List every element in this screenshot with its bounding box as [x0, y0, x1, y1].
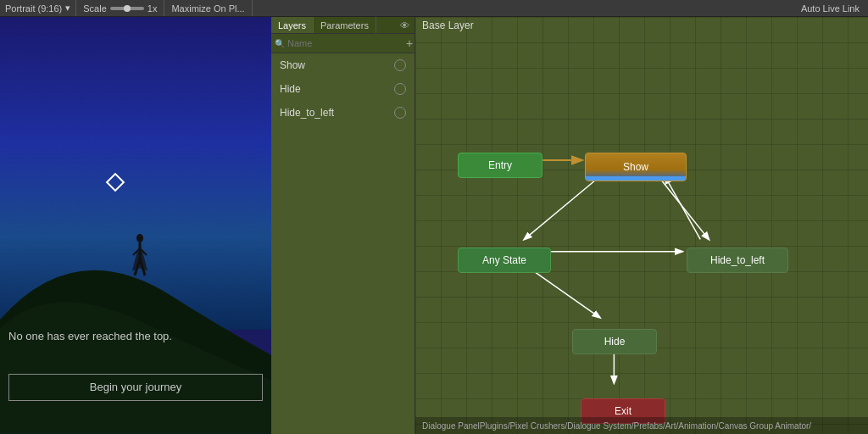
game-preview-panel: No one has ever reached the top. Begin y…: [0, 17, 271, 434]
tab-layers[interactable]: Layers: [271, 17, 314, 33]
portrait-label: Portrait (9:16): [5, 3, 62, 14]
footer-path: Dialogue PanelPlugins/Pixel Crushers/Dia…: [422, 421, 811, 431]
begin-journey-button[interactable]: Begin your journey: [8, 374, 263, 401]
main-content: No one has ever reached the top. Begin y…: [0, 17, 868, 434]
svg-point-0: [136, 234, 143, 242]
node-show[interactable]: Show: [585, 153, 687, 181]
portrait-arrow-icon: ▾: [65, 3, 70, 14]
add-layer-button[interactable]: +: [406, 36, 413, 50]
search-input[interactable]: [287, 38, 404, 48]
state-machine-panel: Base Layer: [415, 17, 868, 434]
svg-line-8: [659, 176, 709, 239]
layer-radio-show[interactable]: [394, 59, 406, 71]
maximize-button[interactable]: Maximize On Pl...: [164, 0, 252, 16]
character-figure: [131, 233, 147, 275]
layers-panel: Layers Parameters 👁 🔍 + Show Hide Hide_t…: [271, 17, 415, 434]
state-machine-canvas[interactable]: Entry Show Any State Hide_to_left Hide E…: [415, 34, 868, 417]
node-hide[interactable]: Hide: [572, 329, 657, 354]
scale-slider[interactable]: [110, 7, 144, 10]
state-machine-header: Base Layer: [415, 17, 868, 34]
portrait-selector[interactable]: Portrait (9:16) ▾: [0, 0, 76, 16]
top-bar: Portrait (9:16) ▾ Scale 1x Maximize On P…: [0, 0, 868, 17]
auto-live-link: Auto Live Link: [793, 3, 868, 14]
layer-item-hide[interactable]: Hide: [271, 77, 415, 101]
layer-item-hide-to-left[interactable]: Hide_to_left: [271, 101, 415, 125]
svg-line-11: [665, 176, 701, 239]
eye-icon[interactable]: 👁: [395, 17, 415, 33]
layer-radio-hide-to-left[interactable]: [394, 107, 406, 119]
layer-radio-hide[interactable]: [394, 83, 406, 95]
search-icon: 🔍: [275, 39, 285, 48]
game-subtitle: No one has ever reached the top.: [8, 330, 263, 342]
layers-search-bar: 🔍 +: [271, 34, 415, 53]
layer-item-show[interactable]: Show: [271, 53, 415, 77]
scale-label: Scale: [83, 3, 107, 14]
svg-line-7: [525, 176, 600, 239]
layers-tabs: Layers Parameters 👁: [271, 17, 415, 34]
node-entry[interactable]: Entry: [458, 153, 542, 178]
scale-control: Scale 1x: [76, 0, 164, 16]
tab-parameters[interactable]: Parameters: [314, 17, 376, 33]
state-machine-arrows: [415, 34, 868, 417]
state-machine-footer: Dialogue PanelPlugins/Pixel Crushers/Dia…: [415, 417, 868, 434]
node-hide-to-left[interactable]: Hide_to_left: [687, 248, 788, 273]
node-any-state[interactable]: Any State: [458, 248, 551, 273]
scale-value: 1x: [147, 3, 158, 14]
state-machine-title: Base Layer: [422, 19, 474, 31]
